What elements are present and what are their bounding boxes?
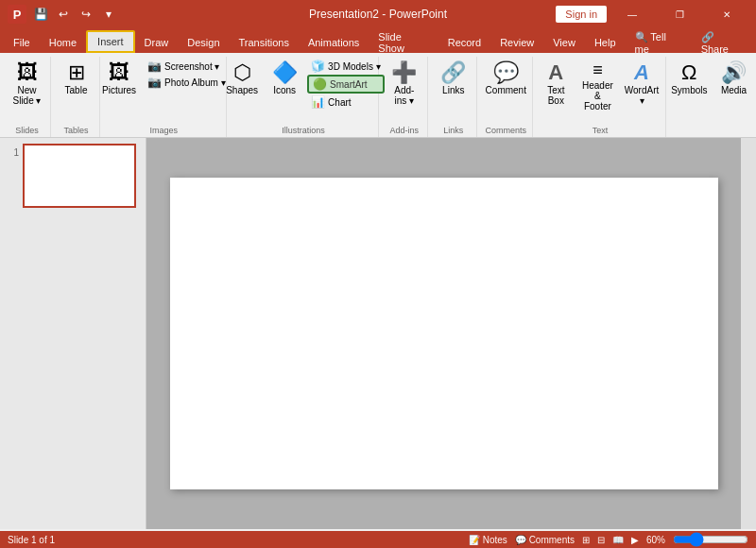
images-group-content: 🖼 Pictures 📷 Screenshot ▾ 📷 Photo Album …	[98, 59, 230, 126]
status-bar: Slide 1 of 1 📝 Notes 💬 Comments ⊞ ⊟ 📖 ▶ …	[0, 531, 756, 548]
textbox-label: TextBox	[547, 85, 564, 106]
text-group-label: Text	[541, 126, 659, 137]
addins-button[interactable]: ➕ Add-ins ▾	[386, 59, 423, 108]
tab-help[interactable]: Help	[585, 32, 626, 53]
smartart-label: SmartArt	[330, 79, 367, 90]
slide-thumbnail[interactable]	[23, 144, 136, 208]
media-icon: 🔊	[721, 60, 747, 85]
app-icon: P	[8, 5, 26, 24]
wordart-icon: A	[634, 60, 649, 85]
shapes-label: Shapes	[226, 85, 258, 95]
symbols-button[interactable]: Ω Symbols	[667, 59, 711, 97]
media-button[interactable]: 🔊 Media	[715, 59, 753, 97]
tab-draw[interactable]: Draw	[135, 32, 179, 53]
textbox-button[interactable]: A TextBox	[537, 59, 575, 108]
view-reading[interactable]: 📖	[612, 535, 624, 545]
canvas-area	[146, 138, 741, 529]
tab-file[interactable]: File	[4, 32, 40, 53]
table-button[interactable]: ⊞ Table	[58, 59, 95, 97]
ribbon-group-symbols: Ω Symbols 🔊 Media	[668, 57, 752, 137]
smartart-button[interactable]: 🟢 SmartArt	[307, 75, 385, 94]
illustrations-col: 🧊 3D Models ▾ 🟢 SmartArt 📊 Chart	[307, 59, 385, 110]
links-group-label: Links	[436, 126, 471, 137]
icons-label: Icons	[273, 85, 296, 95]
3d-models-icon: 🧊	[311, 60, 325, 73]
slides-group-label: Slides	[9, 126, 44, 137]
media-label: Media	[721, 85, 747, 95]
ribbon-group-text: A TextBox ≡ Header& Footer A WordArt ▾ T…	[535, 57, 665, 137]
tab-animations[interactable]: Animations	[299, 32, 369, 53]
pictures-label: Pictures	[102, 85, 136, 95]
restore-button[interactable]: ❐	[658, 0, 701, 28]
ribbon-group-slides: 🖼 NewSlide ▾ Slides	[4, 57, 51, 137]
customize-button[interactable]: ▾	[98, 4, 119, 25]
comment-icon: 💬	[493, 60, 519, 85]
view-slideshow[interactable]: ▶	[631, 535, 639, 545]
screenshot-button[interactable]: 📷 Screenshot ▾	[144, 59, 229, 74]
header-footer-button[interactable]: ≡ Header& Footer	[578, 59, 616, 113]
save-button[interactable]: 💾	[30, 4, 51, 25]
view-slidesorter[interactable]: ⊟	[597, 535, 605, 545]
wordart-label: WordArt ▾	[624, 85, 659, 106]
undo-button[interactable]: ↩	[53, 4, 74, 25]
3d-models-button[interactable]: 🧊 3D Models ▾	[307, 59, 385, 74]
ribbon: 🖼 NewSlide ▾ Slides ⊞ Table Tables 🖼 Pic…	[0, 53, 756, 138]
new-slide-button[interactable]: 🖼 NewSlide ▾	[9, 59, 46, 108]
close-button[interactable]: ✕	[705, 0, 748, 28]
comment-button[interactable]: 💬 Comment	[482, 59, 530, 97]
title-bar-left: P 💾 ↩ ↪ ▾	[8, 4, 119, 25]
ribbon-group-illustrations: ⬡ Shapes 🔷 Icons 🧊 3D Models ▾ 🟢 SmartAr…	[229, 57, 380, 137]
chart-button[interactable]: 📊 Chart	[307, 94, 385, 110]
table-icon: ⊞	[68, 60, 85, 85]
minimize-button[interactable]: —	[610, 0, 654, 28]
links-button[interactable]: 🔗 Links	[435, 59, 472, 97]
tab-design[interactable]: Design	[178, 32, 229, 53]
icons-icon: 🔷	[272, 60, 298, 85]
tab-home[interactable]: Home	[40, 32, 86, 53]
header-footer-icon: ≡	[593, 60, 603, 80]
3d-models-label: 3D Models ▾	[328, 61, 381, 72]
symbols-icon: Ω	[681, 60, 696, 85]
tab-transitions[interactable]: Transitions	[230, 32, 299, 53]
photo-album-button[interactable]: 📷 Photo Album ▾	[144, 75, 229, 90]
text-group-content: A TextBox ≡ Header& Footer A WordArt ▾	[537, 59, 662, 126]
signin-button[interactable]: Sign in	[556, 6, 607, 23]
textbox-icon: A	[548, 60, 563, 85]
share-button[interactable]: 🔗 Share	[692, 32, 752, 53]
notes-button[interactable]: 📝 Notes	[469, 535, 507, 545]
slide-canvas[interactable]	[170, 178, 718, 489]
tab-insert[interactable]: Insert	[86, 30, 135, 53]
comments-status-button[interactable]: 💬 Comments	[515, 535, 575, 545]
ribbon-group-images: 🖼 Pictures 📷 Screenshot ▾ 📷 Photo Album …	[102, 57, 227, 137]
redo-button[interactable]: ↪	[76, 4, 96, 25]
tab-slideshow[interactable]: Slide Show	[369, 32, 438, 53]
addins-label: Add-ins ▾	[394, 85, 414, 106]
table-label: Table	[65, 85, 88, 95]
zoom-level: 60%	[646, 535, 665, 545]
pictures-button[interactable]: 🖼 Pictures	[98, 59, 140, 97]
chart-label: Chart	[328, 97, 351, 108]
links-group-content: 🔗 Links	[435, 59, 472, 126]
ribbon-group-links: 🔗 Links Links	[430, 57, 477, 137]
screenshot-label: Screenshot ▾	[164, 61, 219, 72]
tables-group-content: ⊞ Table	[58, 59, 95, 126]
shapes-icon: ⬡	[233, 60, 251, 85]
zoom-slider[interactable]	[673, 533, 748, 546]
icons-button[interactable]: 🔷 Icons	[266, 59, 303, 97]
window-title: Presentation2 - PowerPoint	[309, 8, 447, 21]
illustrations-group-label: Illustrations	[234, 126, 373, 137]
smartart-icon: 🟢	[313, 77, 327, 91]
images-col: 📷 Screenshot ▾ 📷 Photo Album ▾	[144, 59, 229, 90]
shapes-button[interactable]: ⬡ Shapes	[222, 59, 262, 97]
ribbon-group-addins: ➕ Add-ins ▾ Add-ins	[381, 57, 428, 137]
slide-thumb-container: 1	[6, 144, 140, 208]
wordart-button[interactable]: A WordArt ▾	[620, 59, 662, 108]
tab-tell-me[interactable]: 🔍 Tell me	[626, 32, 692, 53]
view-normal[interactable]: ⊞	[582, 535, 590, 545]
tab-review[interactable]: Review	[490, 32, 543, 53]
tab-record[interactable]: Record	[438, 32, 490, 53]
slide-panel: 1	[0, 138, 146, 529]
new-slide-icon: 🖼	[17, 60, 38, 85]
right-scrollbar[interactable]	[741, 138, 756, 529]
tab-view[interactable]: View	[543, 32, 585, 53]
